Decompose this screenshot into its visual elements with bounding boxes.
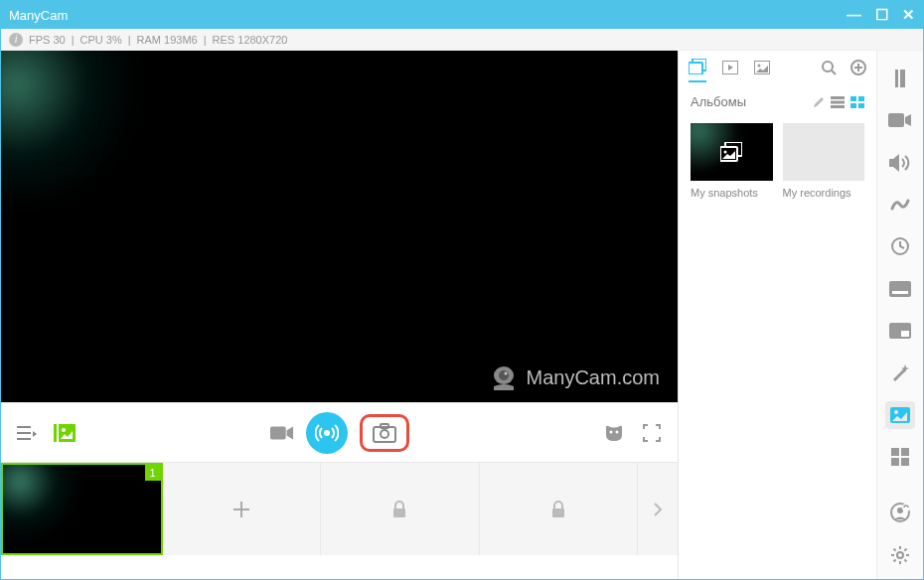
- svg-rect-19: [689, 63, 702, 74]
- preset-slot-locked-2[interactable]: [480, 463, 639, 555]
- svg-rect-6: [54, 424, 57, 442]
- svg-point-34: [724, 151, 727, 154]
- svg-rect-4: [17, 432, 31, 434]
- lock-icon: [550, 501, 566, 518]
- gallery-panel: Альбомы: [679, 51, 877, 579]
- status-bar: i FPS 30| CPU 3%| RAM 193M6| RES 1280X72…: [1, 29, 923, 51]
- snapshot-button[interactable]: [360, 414, 409, 452]
- plus-icon: [231, 500, 251, 519]
- svg-rect-40: [892, 291, 908, 294]
- svg-rect-9: [270, 426, 286, 439]
- albums-label: Альбомы: [691, 94, 807, 109]
- rail-slideshow-icon[interactable]: [885, 65, 915, 92]
- rail-overlay-icon[interactable]: [885, 317, 915, 345]
- svg-rect-42: [901, 331, 909, 337]
- svg-point-1: [499, 370, 509, 380]
- svg-rect-47: [891, 458, 899, 466]
- svg-rect-16: [393, 508, 405, 517]
- svg-point-10: [324, 430, 330, 436]
- app-window: ManyCam — ☐ ✕ i FPS 30| CPU 3%| RAM 193M…: [0, 0, 924, 580]
- svg-rect-5: [17, 438, 31, 440]
- svg-rect-48: [901, 458, 909, 466]
- rail-audio-icon[interactable]: [885, 149, 915, 177]
- svg-rect-36: [900, 70, 905, 87]
- pip-icon[interactable]: [53, 421, 77, 445]
- svg-rect-30: [850, 103, 856, 108]
- video-preview[interactable]: ManyCam.com: [1, 51, 678, 402]
- preset-row: 1: [1, 462, 678, 555]
- svg-point-50: [897, 508, 903, 513]
- mask-icon[interactable]: [602, 421, 626, 445]
- svg-rect-35: [895, 70, 898, 87]
- svg-rect-3: [17, 426, 31, 428]
- svg-point-13: [381, 430, 388, 438]
- svg-rect-26: [831, 100, 845, 103]
- svg-point-23: [823, 62, 833, 72]
- tab-gallery[interactable]: [689, 59, 706, 82]
- preset-slot-add[interactable]: [163, 463, 322, 555]
- search-icon[interactable]: [821, 60, 837, 81]
- tab-images[interactable]: [754, 61, 770, 80]
- svg-point-2: [504, 372, 507, 375]
- svg-rect-7: [59, 424, 76, 442]
- svg-point-44: [894, 410, 898, 414]
- svg-point-14: [610, 430, 613, 433]
- svg-rect-25: [831, 96, 845, 99]
- preset-slot-locked-1[interactable]: [321, 463, 480, 555]
- info-icon[interactable]: i: [9, 33, 23, 47]
- gallery-tabs: [679, 51, 876, 90]
- gallery-label: My snapshots: [691, 181, 773, 199]
- close-button[interactable]: ✕: [902, 6, 915, 24]
- rail-draw-icon[interactable]: [885, 191, 915, 218]
- svg-rect-39: [889, 281, 911, 297]
- playlist-icon[interactable]: [15, 421, 39, 445]
- preset-slot-1[interactable]: 1: [1, 463, 163, 555]
- svg-rect-29: [858, 96, 864, 101]
- rail-camera-icon[interactable]: [885, 106, 915, 134]
- gallery-item-recordings[interactable]: My recordings: [783, 123, 865, 199]
- view-list-icon[interactable]: [831, 96, 845, 108]
- images-stack-icon: [720, 142, 742, 162]
- gallery-grid: My snapshots My recordings: [679, 117, 876, 205]
- video-record-icon[interactable]: [270, 421, 294, 445]
- gallery-label: My recordings: [783, 181, 865, 199]
- broadcast-button[interactable]: [306, 412, 348, 454]
- rail-gallery-icon[interactable]: [885, 401, 915, 429]
- preset-number-badge: 1: [145, 465, 161, 481]
- preset-next-button[interactable]: [638, 463, 678, 555]
- fullscreen-icon[interactable]: [640, 421, 664, 445]
- rail-profile-icon[interactable]: [885, 499, 915, 526]
- rail-time-icon[interactable]: [885, 232, 915, 260]
- svg-rect-17: [552, 508, 564, 517]
- chevron-right-icon: [653, 502, 663, 517]
- rail-lowerthird-icon[interactable]: [885, 275, 915, 303]
- add-icon[interactable]: [850, 60, 866, 81]
- svg-point-22: [758, 65, 761, 68]
- rail-settings-icon[interactable]: [885, 541, 915, 569]
- edit-icon[interactable]: [813, 96, 825, 108]
- albums-header: Альбомы: [679, 90, 876, 117]
- status-cpu: CPU 3%: [80, 34, 122, 46]
- view-grid-icon[interactable]: [850, 96, 864, 108]
- svg-rect-31: [858, 103, 864, 108]
- svg-rect-28: [850, 96, 856, 101]
- app-title: ManyCam: [9, 8, 847, 23]
- status-ram: RAM 193M6: [137, 34, 198, 46]
- webcam-icon: [489, 364, 519, 390]
- tab-video[interactable]: [722, 61, 738, 80]
- rail-effects-icon[interactable]: [885, 359, 915, 386]
- watermark-text: ManyCam.com: [527, 366, 660, 389]
- svg-rect-45: [891, 448, 899, 456]
- watermark: ManyCam.com: [489, 364, 660, 390]
- main-pane: ManyCam.com: [1, 51, 679, 579]
- window-controls: — ☐ ✕: [847, 6, 915, 24]
- lock-icon: [391, 501, 407, 518]
- minimize-button[interactable]: —: [847, 6, 861, 24]
- gallery-item-snapshots[interactable]: My snapshots: [691, 123, 773, 199]
- svg-point-15: [616, 430, 619, 433]
- status-res: RES 1280X720: [213, 34, 288, 46]
- maximize-button[interactable]: ☐: [875, 6, 888, 24]
- rail-grid-icon[interactable]: [885, 443, 915, 471]
- svg-point-52: [897, 552, 903, 558]
- status-fps: FPS 30: [29, 34, 66, 46]
